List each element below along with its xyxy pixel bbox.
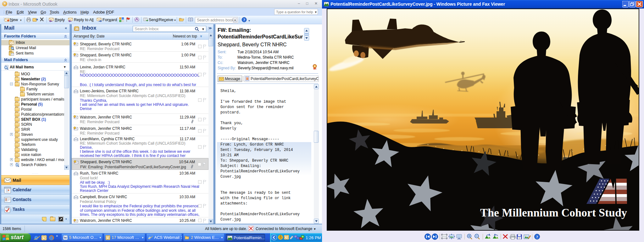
svg-text:e: e: [148, 235, 151, 240]
svg-text:The Millennium Cohort Study: The Millennium Cohort Study: [480, 206, 627, 219]
svg-text:?: ?: [536, 234, 538, 239]
svg-text:?: ?: [243, 18, 245, 22]
svg-text:e: e: [34, 234, 38, 241]
svg-text:W: W: [64, 236, 67, 239]
